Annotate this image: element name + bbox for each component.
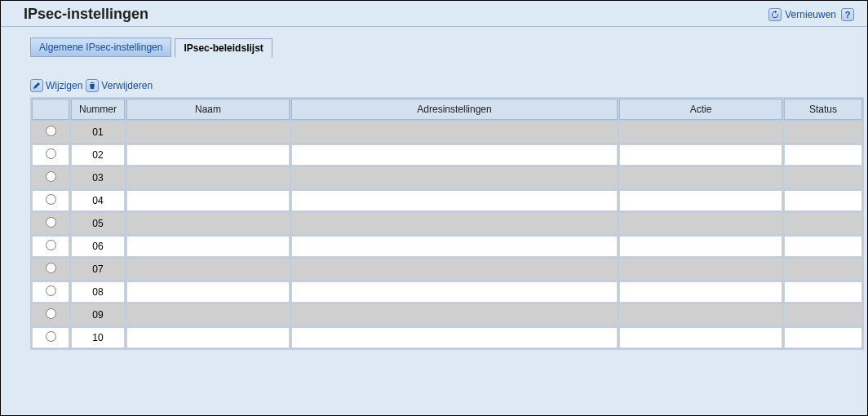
- tab-label: Algemene IPsec-instellingen: [39, 42, 162, 53]
- cell-address: [291, 281, 618, 303]
- table-row: 05: [32, 213, 862, 234]
- row-select-cell: [32, 327, 69, 348]
- table-row: 04: [32, 190, 862, 211]
- cell-action: [619, 167, 782, 188]
- col-address: Adresinstellingen: [291, 99, 618, 120]
- row-select-radio[interactable]: [46, 308, 56, 319]
- tab-general-ipsec-settings[interactable]: Algemene IPsec-instellingen: [30, 38, 171, 57]
- row-select-radio[interactable]: [46, 240, 56, 250]
- cell-address: [291, 167, 618, 188]
- table-row: 01: [32, 122, 862, 143]
- tab-ipsec-policy-list[interactable]: IPsec-beleidslijst: [175, 38, 272, 58]
- table-row: 03: [32, 167, 862, 188]
- tab-label: IPsec-beleidslijst: [184, 42, 263, 54]
- table-header-row: Nummer Naam Adresinstellingen Actie Stat…: [32, 99, 862, 120]
- cell-number: 03: [71, 167, 125, 188]
- trash-icon: [86, 79, 99, 92]
- row-select-cell: [32, 304, 69, 325]
- toolbar: Wijzigen Verwijderen: [30, 79, 848, 92]
- cell-name: [126, 236, 290, 257]
- table-row: 02: [32, 144, 862, 166]
- cell-address: [291, 259, 618, 280]
- row-select-cell: [32, 122, 69, 143]
- cell-number: 06: [71, 236, 125, 257]
- cell-number: 02: [71, 144, 125, 166]
- row-select-radio[interactable]: [46, 171, 56, 182]
- refresh-button[interactable]: Vernieuwen: [768, 8, 836, 21]
- cell-name: [126, 190, 290, 211]
- cell-status: [784, 213, 862, 234]
- cell-status: [784, 281, 862, 303]
- row-select-radio[interactable]: [46, 148, 56, 159]
- cell-action: [619, 259, 782, 280]
- refresh-icon: [768, 8, 782, 21]
- edit-button[interactable]: Wijzigen: [30, 79, 82, 92]
- cell-number: 07: [71, 259, 125, 280]
- cell-status: [784, 122, 862, 143]
- cell-action: [619, 304, 782, 325]
- cell-status: [784, 236, 862, 257]
- cell-name: [126, 281, 290, 303]
- row-select-cell: [32, 281, 69, 303]
- cell-number: 01: [71, 122, 125, 143]
- policy-table: Nummer Naam Adresinstellingen Actie Stat…: [30, 97, 864, 350]
- cell-address: [291, 144, 618, 166]
- cell-action: [619, 236, 782, 257]
- cell-name: [126, 122, 290, 143]
- row-select-cell: [32, 167, 69, 188]
- cell-action: [619, 281, 782, 303]
- cell-name: [126, 167, 290, 188]
- cell-address: [291, 122, 618, 143]
- col-number: Nummer: [71, 99, 125, 120]
- table-row: 08: [32, 281, 862, 303]
- delete-button[interactable]: Verwijderen: [86, 79, 153, 92]
- cell-address: [291, 327, 618, 348]
- delete-label: Verwijderen: [101, 80, 153, 91]
- cell-number: 10: [71, 327, 125, 348]
- refresh-label: Vernieuwen: [785, 9, 836, 20]
- row-select-radio[interactable]: [46, 126, 56, 136]
- app-window: IPsec-instellingen Vernieuwen ? Algemene…: [0, 0, 868, 416]
- cell-number: 04: [71, 190, 125, 211]
- cell-status: [784, 167, 862, 188]
- row-select-cell: [32, 259, 69, 280]
- cell-status: [784, 144, 862, 166]
- cell-address: [291, 213, 618, 234]
- cell-name: [126, 259, 290, 280]
- cell-address: [291, 190, 618, 211]
- cell-action: [619, 122, 782, 143]
- help-icon[interactable]: ?: [841, 8, 854, 21]
- pencil-icon: [30, 79, 43, 92]
- cell-status: [784, 304, 862, 325]
- cell-number: 08: [71, 281, 125, 303]
- content-area: Algemene IPsec-instellingen IPsec-beleid…: [1, 27, 867, 370]
- col-status: Status: [784, 99, 862, 120]
- col-select: [32, 99, 69, 120]
- header-actions: Vernieuwen ?: [768, 8, 854, 21]
- row-select-radio[interactable]: [46, 331, 56, 342]
- row-select-radio[interactable]: [46, 263, 56, 273]
- row-select-cell: [32, 213, 69, 234]
- cell-status: [784, 259, 862, 280]
- cell-action: [619, 144, 782, 166]
- table-row: 10: [32, 327, 862, 348]
- col-action: Actie: [619, 99, 782, 120]
- cell-address: [291, 304, 618, 325]
- row-select-cell: [32, 236, 69, 257]
- row-select-cell: [32, 190, 69, 211]
- header: IPsec-instellingen Vernieuwen ?: [1, 1, 867, 23]
- table-row: 06: [32, 236, 862, 257]
- cell-name: [126, 327, 290, 348]
- row-select-radio[interactable]: [46, 217, 56, 228]
- row-select-radio[interactable]: [46, 194, 56, 205]
- cell-number: 09: [71, 304, 125, 325]
- col-name: Naam: [126, 99, 290, 120]
- cell-status: [784, 190, 862, 211]
- cell-address: [291, 236, 618, 257]
- page-title: IPsec-instellingen: [24, 6, 148, 23]
- cell-status: [784, 327, 862, 348]
- table-row: 09: [32, 304, 862, 325]
- cell-name: [126, 304, 290, 325]
- cell-number: 05: [71, 213, 125, 234]
- row-select-radio[interactable]: [46, 285, 56, 296]
